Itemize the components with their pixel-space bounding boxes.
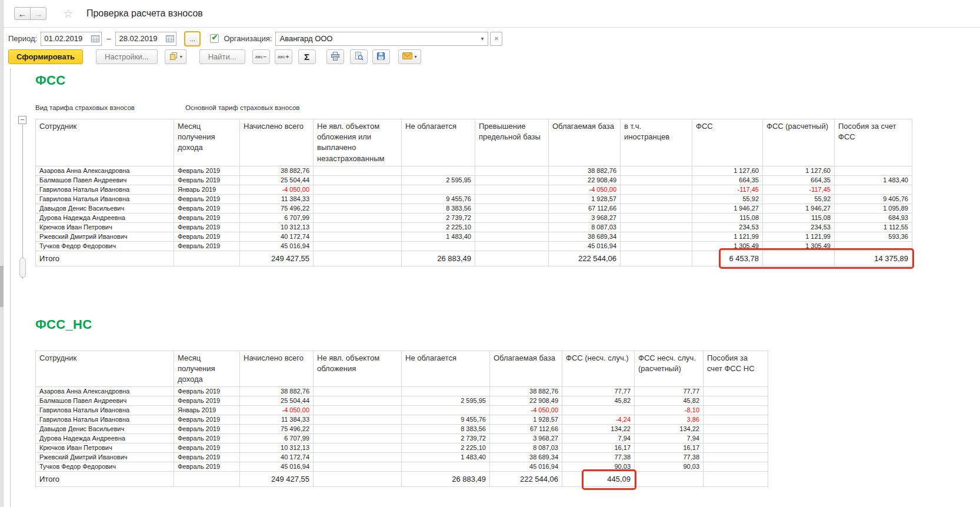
cell: 9 455,76 [402,415,490,425]
total-cell [174,472,240,487]
organization-value[interactable]: Авангард ООО [276,34,476,43]
total-cell: 445,09 [562,472,635,487]
cell: 45 016,94 [549,241,621,251]
organization-combobox[interactable]: Авангард ООО ▾ [275,32,488,46]
cell: 38 882,76 [549,166,621,175]
forward-button[interactable]: → [30,7,46,20]
chevron-down-icon[interactable]: ▾ [476,35,488,42]
cell: 1 928,57 [490,415,562,425]
calendar-icon[interactable] [164,35,176,42]
left-scrollbar-thumb[interactable] [0,266,4,307]
generate-button[interactable]: Сформировать [8,49,83,64]
date-from-field[interactable]: 01.02.2019 [41,32,102,46]
cell [835,241,912,251]
cell: 134,22 [562,425,635,434]
cell [835,185,912,194]
fss-section: ФСС Вид тарифа страховых взносов Основно… [35,73,912,266]
nav-buttons: ← → [14,7,46,20]
fss-section-title: ФСС [35,73,912,88]
print-button[interactable] [326,49,344,64]
cell: Гаврилова Наталья Ивановна [36,415,174,425]
cell [621,166,692,175]
cell: 45 016,94 [240,241,314,251]
collapse-group-toggle[interactable]: − [18,116,26,124]
cell: 10 312,13 [240,443,314,453]
cell: Азарова Анна Александровна [36,166,174,175]
cell: 2 225,10 [402,222,475,232]
cell: 25 504,44 [240,175,314,185]
left-scrollbar[interactable] [0,0,4,507]
floppy-save-icon [376,52,385,62]
expand-groups-button[interactable]: авс+ [275,49,292,64]
save-button[interactable] [372,49,390,64]
date-from-value[interactable]: 01.02.2019 [41,34,89,43]
cell: Давыдов Денис Васильевич [36,204,174,213]
cell [621,185,692,194]
total-cell [314,251,402,266]
cell: Февраль 2019 [174,387,240,396]
tariff-value: Основной тариф страховых взносов [185,104,299,111]
total-cell: 249 427,55 [240,251,314,266]
cell: Ржевский Дмитрий Иванович [36,453,174,462]
report-variants-button[interactable]: ▾ [165,49,186,64]
organization-clear-button[interactable]: ✕ [490,32,502,46]
date-to-value[interactable]: 28.02.2019 [116,34,164,43]
cell [402,185,475,194]
cell: Давыдов Денис Васильевич [36,425,174,434]
cell: 38 882,76 [240,166,314,175]
sum-button[interactable]: Σ [298,49,316,64]
cell: 234,53 [763,222,835,232]
cell: -117,45 [692,185,763,194]
cell [475,194,549,204]
table-row: Тучков Федор ФедоровичФевраль 201945 016… [36,241,912,251]
cell: Февраль 2019 [174,241,240,251]
back-button[interactable]: ← [14,7,31,20]
column-header: Начислено всего [240,119,314,166]
table-row: Тучков Федор ФедоровичФевраль 201945 016… [36,462,768,472]
cell: 45,82 [635,396,704,406]
date-to-field[interactable]: 28.02.2019 [115,32,176,46]
cell: 1 121,99 [692,232,763,241]
cell: 40 172,74 [240,453,314,462]
cell: -4 050,00 [240,185,314,194]
cell [621,204,692,213]
column-header: Не явл. объектом обложения или выплачено… [314,119,402,166]
column-header: Не облагается [402,119,475,166]
cell [704,462,768,472]
preview-button[interactable] [350,49,368,64]
chevron-down-icon: ▾ [180,54,182,59]
settings-button[interactable]: Настройки... [96,49,158,64]
period-more-button[interactable]: ... [184,31,201,46]
total-cell [475,251,549,266]
cell: 75 496,22 [240,425,314,434]
find-button[interactable]: Найти... [199,49,245,64]
cell: Балмашов Павел Андреевич [36,396,174,406]
cell: Дурова Надежда Андреевна [36,213,174,222]
column-header: Сотрудник [36,351,174,387]
cell: 16,17 [635,443,704,453]
fss-report-table: СотрудникМесяц получения доходаНачислено… [35,119,912,266]
cell: 8 087,03 [490,443,562,453]
tariff-label: Вид тарифа страховых взносов [35,104,185,111]
column-header: Превышение предельной базы [475,119,549,166]
cell: 38 882,76 [240,387,314,396]
cell: Февраль 2019 [174,462,240,472]
column-header: ФСС (несч. случ.) [562,351,635,387]
group-scroll-handle[interactable] [19,258,26,278]
column-header: Месяц получения дохода [174,351,240,387]
cell [704,406,768,415]
cell: Февраль 2019 [174,434,240,443]
preview-icon [354,52,364,62]
abc-collapse-icon: авс [255,54,263,59]
calendar-icon[interactable] [89,35,101,42]
org-checkbox[interactable]: ✔ [210,34,219,43]
grouping-line [22,125,23,279]
collapse-groups-button[interactable]: авс− [252,49,270,64]
cell: 593,36 [835,232,912,241]
cell: 3 968,27 [490,434,562,443]
favorite-star-icon[interactable]: ☆ [63,8,74,19]
send-email-button[interactable]: ▾ [398,49,421,64]
window-titlebar: ← → ☆ Проверка расчета взносов [0,0,980,28]
cell [402,166,475,175]
forward-arrow-icon: → [34,9,43,19]
